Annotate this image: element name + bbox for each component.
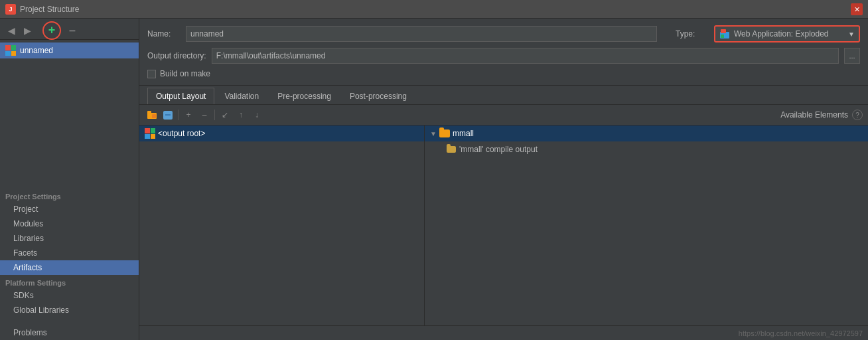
- nav-forward-button[interactable]: ▶: [20, 23, 35, 38]
- output-root-label: <output root>: [158, 129, 205, 138]
- sidebar: ◀ ▶ + – unnamed Project Settings Pro: [0, 19, 139, 340]
- artifact-small-icon: [145, 128, 155, 139]
- remove-element-button[interactable]: –: [197, 108, 212, 122]
- help-button[interactable]: ?: [852, 110, 863, 120]
- build-on-make-label: Build on make: [160, 69, 210, 78]
- nav-back-button[interactable]: ◀: [4, 23, 19, 38]
- tab-output-layout[interactable]: Output Layout: [147, 88, 214, 104]
- build-on-make-row: Build on make: [147, 69, 860, 78]
- platform-settings-section-label: Platform Settings: [0, 275, 139, 288]
- build-on-make-checkbox[interactable]: [147, 70, 156, 78]
- add-element-button[interactable]: +: [181, 108, 196, 122]
- output-root-item[interactable]: <output root>: [139, 126, 424, 141]
- add-jar-button[interactable]: [161, 108, 175, 122]
- type-label: Type:: [676, 29, 709, 39]
- output-dir-label: Output directory:: [147, 51, 206, 60]
- tabs-bar: Output Layout Validation Pre-processing …: [139, 86, 868, 105]
- artifact-item-label: unnamed: [20, 46, 53, 55]
- folder-icon-mmall: [439, 128, 450, 139]
- artifact-icon: [5, 45, 16, 56]
- tab-pre-processing[interactable]: Pre-processing: [269, 88, 340, 104]
- mmall-compile-item[interactable]: 'mmall' compile output: [425, 141, 868, 157]
- output-dir-input[interactable]: [212, 48, 839, 64]
- mmall-tree-item[interactable]: ▼ mmall: [425, 126, 868, 141]
- dropdown-arrow-icon: ▼: [848, 31, 855, 38]
- sidebar-item-facets[interactable]: Facets: [0, 246, 139, 260]
- sidebar-item-artifacts[interactable]: Artifacts: [0, 260, 139, 275]
- mmall-compile-label: 'mmall' compile output: [459, 145, 538, 154]
- mmall-label: mmall: [453, 129, 474, 138]
- mmall-expand-icon: ▼: [430, 130, 439, 137]
- name-row: Name: Type: Web Application: Exploded ▼: [147, 25, 860, 42]
- title-bar-text: Project Structure: [20, 5, 79, 14]
- right-panel: ▼ mmall 'mmall' compile output: [425, 126, 868, 325]
- sidebar-item-global-libraries[interactable]: Global Libraries: [0, 303, 139, 317]
- app-icon: J: [5, 4, 16, 15]
- main-container: ◀ ▶ + – unnamed Project Settings Pro: [0, 19, 868, 340]
- title-bar: J Project Structure ✕: [0, 0, 868, 19]
- webapp-type-icon: [719, 29, 730, 39]
- move-into-button[interactable]: ↙: [218, 108, 232, 122]
- browse-button[interactable]: ...: [844, 48, 860, 64]
- compile-folder-icon: [446, 144, 457, 155]
- sidebar-item-project[interactable]: Project: [0, 202, 139, 216]
- move-down-button[interactable]: ↓: [250, 108, 264, 122]
- move-up-button[interactable]: ↑: [234, 108, 248, 122]
- left-panel: <output root>: [139, 126, 425, 325]
- sidebar-item-problems[interactable]: Problems: [0, 325, 139, 340]
- add-artifact-button[interactable]: +: [42, 21, 61, 40]
- artifact-tree-item-unnamed[interactable]: unnamed: [0, 42, 139, 58]
- toolbar-separator-1: [178, 110, 179, 120]
- artifact-toolbar: + – ↙ ↑ ↓ Available Elements ?: [139, 105, 868, 126]
- type-dropdown[interactable]: Web Application: Exploded ▼: [714, 25, 860, 42]
- sidebar-item-libraries[interactable]: Libraries: [0, 231, 139, 246]
- project-settings-section-label: Project Settings: [0, 189, 139, 202]
- sidebar-item-modules[interactable]: Modules: [0, 216, 139, 231]
- form-area: Name: Type: Web Application: Exploded ▼: [139, 19, 868, 86]
- sidebar-nav: ◀ ▶ + –: [0, 19, 139, 40]
- close-button[interactable]: ✕: [851, 3, 863, 15]
- tab-post-processing[interactable]: Post-processing: [341, 88, 415, 104]
- available-elements-label: Available Elements: [780, 110, 848, 120]
- output-dir-row: Output directory: ...: [147, 48, 860, 64]
- name-input[interactable]: [186, 26, 657, 42]
- status-url: https://blog.csdn.net/weixin_42972597: [739, 329, 863, 337]
- remove-artifact-button[interactable]: –: [65, 23, 80, 38]
- toolbar-separator-2: [214, 110, 215, 120]
- content-area: Name: Type: Web Application: Exploded ▼: [139, 19, 868, 340]
- add-dir-button[interactable]: [145, 108, 159, 122]
- name-label: Name:: [147, 29, 181, 39]
- panels-container: <output root> ▼ mmall 'm: [139, 126, 868, 325]
- type-value: Web Application: Exploded: [734, 29, 829, 39]
- tab-validation[interactable]: Validation: [216, 88, 267, 104]
- status-bar: https://blog.csdn.net/weixin_42972597: [139, 325, 868, 340]
- sidebar-item-sdks[interactable]: SDKs: [0, 288, 139, 303]
